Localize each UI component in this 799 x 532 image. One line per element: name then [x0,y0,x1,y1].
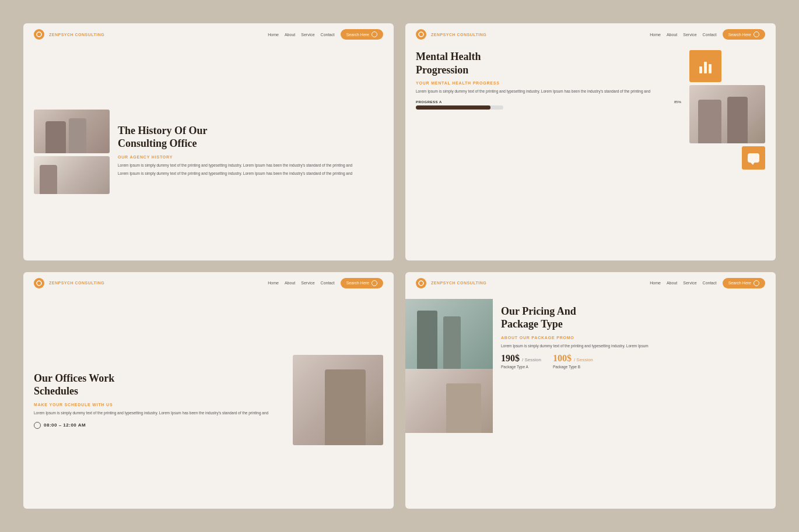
slide1-image-top [34,110,110,153]
stats-icon-box [689,50,721,82]
slide4-images [405,299,493,433]
logo-icon-3 [34,278,44,288]
nav-contact-3[interactable]: Contact [321,281,335,285]
slide2-left: Mental Health Progression YOUR MENTAL HE… [416,50,681,110]
price-item-a: 190$ / Session Package Type A [501,353,541,369]
search-icon-3 [372,280,377,286]
svg-point-3 [419,281,423,286]
nav-home-2[interactable]: Home [650,33,661,37]
bar-3 [709,64,712,73]
clock-icon [34,422,41,429]
slide3-right [293,355,383,445]
nav-about-3[interactable]: About [285,281,295,285]
progress-label-row: PROGRESS A 85% [416,100,681,104]
progress-section: PROGRESS A 85% [416,100,681,110]
nav-links-2: Home About Service Contact Search Here [650,29,765,40]
brand-name-4: ZENPSYCH CONSULTING [431,281,486,285]
chat-icon-box [742,146,765,170]
nav-home-4[interactable]: Home [650,281,661,285]
nav-service-1[interactable]: Service [301,33,314,37]
price-item-b: 100$ / Session Package Type B [553,353,593,369]
brand-name-2: ZENPSYCH CONSULTING [431,33,486,37]
price-a-amount: 190$ [501,353,520,363]
price-b-amount: 100$ [553,353,572,363]
slide3-para: Lorem Ipsum is simply dummy text of the … [34,410,285,416]
svg-point-1 [419,32,423,37]
slide4-title: Our Pricing And Package Type [501,305,768,331]
progress-bar-fill [416,105,490,110]
slide2-photo [689,85,765,143]
slide-history: ZENPSYCH CONSULTING Home About Service C… [23,23,394,260]
search-icon-1 [372,31,377,37]
slide2-para: Lorem Ipsum is simply dummy text of the … [416,89,681,94]
price-b-session: / Session [574,357,593,362]
bar-2 [704,62,707,73]
nav-service-3[interactable]: Service [301,281,314,285]
slide2-subtitle: YOUR MENTAL HEALTH PROGRESS [416,81,681,85]
nav-home-1[interactable]: Home [268,33,279,37]
slide2-title: Mental Health Progression [416,50,681,76]
nav-about-4[interactable]: About [667,281,677,285]
nav-home-3[interactable]: Home [268,281,279,285]
brand-name-1: ZENPSYCH CONSULTING [49,33,104,37]
price-a-label: Package Type A [501,365,541,369]
slide2-right [689,50,765,170]
slide4-subtitle: ABOUT OUR PACKAGE PROMO [501,336,768,340]
progress-bar-bg [416,105,503,110]
nav-about-1[interactable]: About [285,33,295,37]
logo-icon-1 [34,29,44,40]
slide4-para: Lorem Ipsum is simply dummy text of the … [501,343,768,349]
nav-links-1: Home About Service Contact Search Here [268,29,383,40]
slide4-body: Our Pricing And Package Type ABOUT OUR P… [405,294,776,509]
nav-links-3: Home About Service Contact Search Here [268,278,383,288]
pricing-row: 190$ / Session Package Type A 100$ / Ses… [501,353,768,369]
search-button-2[interactable]: Search Here [723,29,765,40]
nav-contact-1[interactable]: Contact [321,33,335,37]
svg-point-0 [37,32,41,37]
price-b-label: Package Type B [553,365,593,369]
time-text: 08:00 – 12:00 AM [44,422,86,428]
search-button-3[interactable]: Search Here [341,278,383,288]
slide-mental-health: ZENPSYCH CONSULTING Home About Service C… [405,23,776,260]
slide3-subtitle: MAKE YOUR SCHEDULE WITH US [34,403,285,407]
slide3-photo [293,355,383,445]
time-row: 08:00 – 12:00 AM [34,422,285,429]
navbar-4: ZENPSYCH CONSULTING Home About Service C… [405,272,776,294]
bar-1 [699,66,702,73]
brand-name-3: ZENPSYCH CONSULTING [49,281,104,285]
slide1-title: The History Of Our Consulting Office [118,124,383,150]
price-b-row: 100$ / Session [553,353,593,364]
nav-service-4[interactable]: Service [683,281,696,285]
nav-service-2[interactable]: Service [683,33,696,37]
slide4-right: Our Pricing And Package Type ABOUT OUR P… [493,299,776,375]
price-a-session: / Session [522,357,541,362]
navbar-3: ZENPSYCH CONSULTING Home About Service C… [23,272,394,294]
slide3-left: Our Offices Work Schedules MAKE YOUR SCH… [34,372,285,429]
nav-contact-2[interactable]: Contact [703,33,717,37]
search-icon-2 [754,31,759,37]
slide1-subtitle: OUR AGENCY HISTORY [118,155,383,159]
progress-pct: 85% [674,100,681,104]
slide1-image-bottom [34,156,110,194]
slide3-body: Our Offices Work Schedules MAKE YOUR SCH… [23,294,394,509]
slide-pricing: ZENPSYCH CONSULTING Home About Service C… [405,272,776,509]
chat-icon [748,153,759,163]
slide1-text: The History Of Our Consulting Office OUR… [118,124,383,180]
search-icon-4 [754,280,759,286]
slide1-body: The History Of Our Consulting Office OUR… [23,45,394,260]
svg-point-2 [37,281,41,286]
nav-links-4: Home About Service Contact Search Here [650,278,765,288]
nav-contact-4[interactable]: Contact [703,281,717,285]
nav-about-2[interactable]: About [667,33,677,37]
progress-label: PROGRESS A [416,100,442,104]
slide1-para2: Lorem Ipsum is simply dummy text of the … [118,171,383,177]
logo-icon-4 [416,278,426,288]
slide-schedules: ZENPSYCH CONSULTING Home About Service C… [23,272,394,509]
slide4-photo-top [405,299,493,369]
slide2-body: Mental Health Progression YOUR MENTAL HE… [405,45,776,260]
search-button-1[interactable]: Search Here [341,29,383,40]
navbar-2: ZENPSYCH CONSULTING Home About Service C… [405,23,776,45]
search-button-4[interactable]: Search Here [723,278,765,288]
logo-icon-2 [416,29,426,40]
slide3-title: Our Offices Work Schedules [34,372,285,398]
